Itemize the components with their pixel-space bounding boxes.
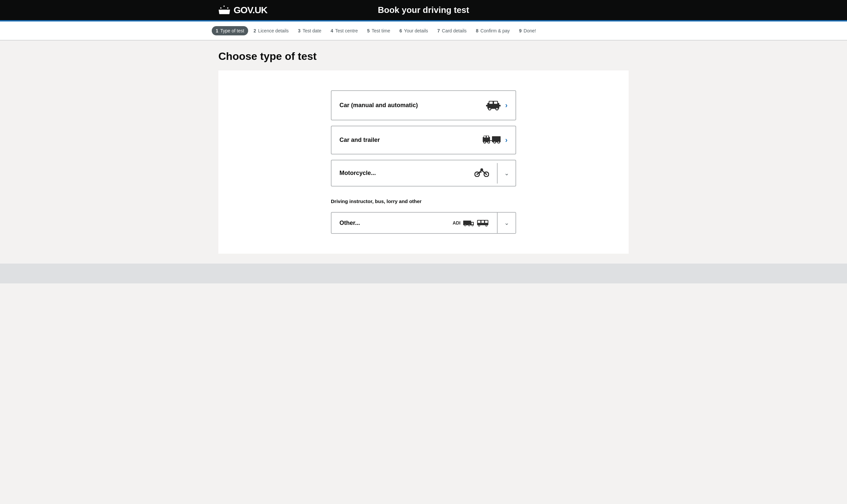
car-trailer-option[interactable]: Car and trailer [331,126,516,155]
step-3-label: Test date [302,28,321,33]
main-content: Choose type of test Car (manual and auto… [212,40,635,264]
svg-point-5 [489,108,490,110]
stepper-nav: 1 Type of test 2 Licence details 3 Test … [212,21,635,40]
step-8-confirm-pay[interactable]: 8 Confirm & pay [472,26,514,35]
motorcycle-chevron-down: ⌄ [504,170,509,177]
step-7-card-details[interactable]: 7 Card details [434,26,471,35]
car-trailer-label: Car and trailer [339,137,380,144]
site-header: GOV.UK Book your driving test [0,0,847,20]
bus-icon [476,219,489,227]
step-5-test-time[interactable]: 5 Test time [363,26,394,35]
svg-point-49 [486,225,487,226]
step-6-number: 6 [399,28,402,33]
car-manual-label: Car (manual and automatic) [339,102,418,109]
car-trailer-chevron: › [505,136,508,145]
svg-rect-9 [499,105,500,107]
step-5-number: 5 [367,28,370,33]
car-trailer-icon [483,133,501,147]
step-3-test-date[interactable]: 3 Test date [294,26,325,35]
other-icons-group: ADI [453,219,489,227]
svg-point-31 [480,168,483,171]
option-list: Car (manual and automatic) [331,84,516,240]
step-4-number: 4 [331,28,333,33]
car-manual-right: › [486,97,508,113]
car-icon [486,97,501,113]
step-5-label: Test time [372,28,390,33]
step-9-label: Done! [524,28,536,33]
motorcycle-main: Motorcycle... [332,160,497,186]
svg-rect-41 [472,222,473,224]
other-chevron-down: ⌄ [504,219,509,227]
step-6-your-details[interactable]: 6 Your details [395,26,432,35]
step-1-type-of-test[interactable]: 1 Type of test [212,26,248,35]
other-main: Other... ADI [332,213,497,233]
step-6-label: Your details [404,28,428,33]
svg-point-38 [469,225,470,226]
svg-point-21 [494,142,495,143]
car-manual-chevron: › [505,101,508,110]
svg-rect-12 [484,136,486,138]
step-1-number: 1 [216,28,218,33]
svg-rect-18 [490,140,492,141]
motorcycle-icon [474,167,489,179]
adi-label: ADI [453,220,461,226]
car-trailer-left: Car and trailer [339,137,380,144]
svg-point-17 [488,142,489,143]
step-3-number: 3 [298,28,301,33]
step-8-label: Confirm & pay [480,28,510,33]
car-manual-option[interactable]: Car (manual and automatic) [331,90,516,120]
svg-point-7 [496,108,498,110]
car-manual-left: Car (manual and automatic) [339,102,418,109]
svg-point-36 [465,225,466,226]
step-4-label: Test centre [335,28,358,33]
other-toggle[interactable]: ⌄ [497,213,515,233]
motorcycle-toggle[interactable]: ⌄ [497,163,515,183]
step-2-label: Licence details [258,28,289,33]
content-card: Car (manual and automatic) [218,70,629,254]
lorry-icon [463,219,474,227]
step-7-number: 7 [437,28,440,33]
svg-rect-3 [494,102,497,104]
svg-point-40 [472,225,473,226]
gov-uk-logo[interactable]: GOV.UK [218,5,267,16]
svg-point-23 [498,142,499,143]
step-4-test-centre[interactable]: 4 Test centre [327,26,361,35]
step-2-licence-details[interactable]: 2 Licence details [249,26,293,35]
step-7-label: Card details [442,28,467,33]
other-label: Other... [339,220,360,227]
motorcycle-label: Motorcycle... [339,170,376,177]
svg-point-47 [479,225,480,226]
footer-bar [0,264,847,284]
page-title: Choose type of test [218,50,629,62]
svg-rect-33 [463,220,471,225]
motorcycle-option[interactable]: Motorcycle... [331,160,516,186]
other-option[interactable]: Other... ADI [331,212,516,234]
step-2-number: 2 [253,28,256,33]
car-trailer-right: › [483,133,508,147]
svg-point-15 [484,142,486,143]
svg-rect-8 [486,105,488,107]
step-9-done[interactable]: 9 Done! [515,26,540,35]
svg-rect-45 [485,220,488,223]
svg-rect-2 [489,102,493,104]
svg-rect-44 [481,220,484,223]
svg-rect-13 [487,136,488,138]
header-title: Book your driving test [378,5,469,15]
driving-instructor-section-label: Driving instructor, bus, lorry and other [331,198,516,204]
svg-rect-43 [478,220,480,223]
step-8-number: 8 [476,28,478,33]
step-1-label: Type of test [220,28,244,33]
crown-icon [218,5,230,15]
stepper-wrapper: 1 Type of test 2 Licence details 3 Test … [0,21,847,40]
gov-logo-text: GOV.UK [234,5,267,16]
step-9-number: 9 [519,28,522,33]
